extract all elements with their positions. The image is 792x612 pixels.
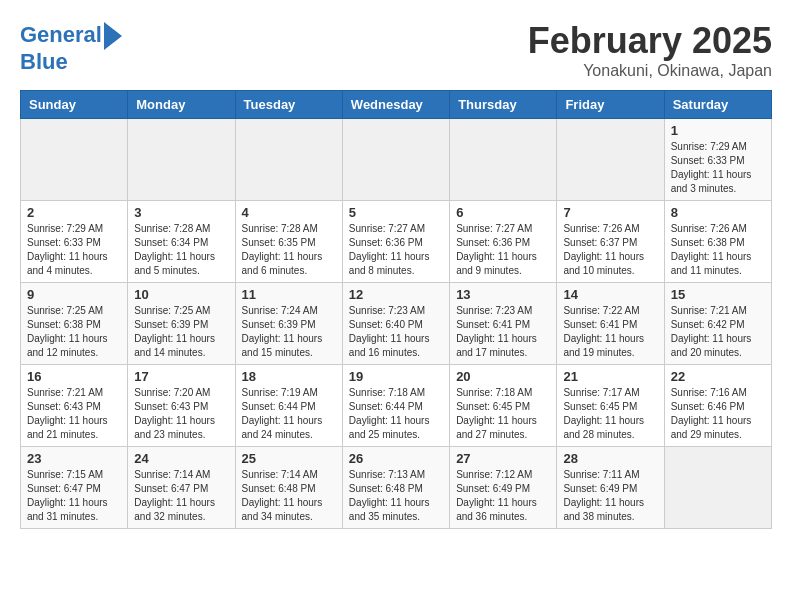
calendar-week-5: 23Sunrise: 7:15 AM Sunset: 6:47 PM Dayli… — [21, 447, 772, 529]
calendar-header-sunday: Sunday — [21, 91, 128, 119]
logo: General Blue — [20, 20, 122, 74]
calendar-cell: 23Sunrise: 7:15 AM Sunset: 6:47 PM Dayli… — [21, 447, 128, 529]
calendar-header-thursday: Thursday — [450, 91, 557, 119]
calendar-cell: 24Sunrise: 7:14 AM Sunset: 6:47 PM Dayli… — [128, 447, 235, 529]
day-number: 12 — [349, 287, 443, 302]
calendar-header-saturday: Saturday — [664, 91, 771, 119]
calendar-cell: 7Sunrise: 7:26 AM Sunset: 6:37 PM Daylig… — [557, 201, 664, 283]
day-number: 15 — [671, 287, 765, 302]
calendar-cell: 3Sunrise: 7:28 AM Sunset: 6:34 PM Daylig… — [128, 201, 235, 283]
day-number: 25 — [242, 451, 336, 466]
day-number: 8 — [671, 205, 765, 220]
day-number: 9 — [27, 287, 121, 302]
day-info: Sunrise: 7:18 AM Sunset: 6:44 PM Dayligh… — [349, 386, 443, 442]
calendar-cell: 10Sunrise: 7:25 AM Sunset: 6:39 PM Dayli… — [128, 283, 235, 365]
calendar-cell: 16Sunrise: 7:21 AM Sunset: 6:43 PM Dayli… — [21, 365, 128, 447]
day-number: 1 — [671, 123, 765, 138]
calendar-table: SundayMondayTuesdayWednesdayThursdayFrid… — [20, 90, 772, 529]
day-number: 6 — [456, 205, 550, 220]
day-info: Sunrise: 7:21 AM Sunset: 6:42 PM Dayligh… — [671, 304, 765, 360]
day-info: Sunrise: 7:26 AM Sunset: 6:38 PM Dayligh… — [671, 222, 765, 278]
day-info: Sunrise: 7:18 AM Sunset: 6:45 PM Dayligh… — [456, 386, 550, 442]
day-number: 21 — [563, 369, 657, 384]
day-number: 18 — [242, 369, 336, 384]
day-info: Sunrise: 7:23 AM Sunset: 6:40 PM Dayligh… — [349, 304, 443, 360]
calendar-cell: 27Sunrise: 7:12 AM Sunset: 6:49 PM Dayli… — [450, 447, 557, 529]
calendar-cell: 22Sunrise: 7:16 AM Sunset: 6:46 PM Dayli… — [664, 365, 771, 447]
calendar-cell: 17Sunrise: 7:20 AM Sunset: 6:43 PM Dayli… — [128, 365, 235, 447]
calendar-cell — [664, 447, 771, 529]
calendar-cell: 13Sunrise: 7:23 AM Sunset: 6:41 PM Dayli… — [450, 283, 557, 365]
day-info: Sunrise: 7:14 AM Sunset: 6:48 PM Dayligh… — [242, 468, 336, 524]
calendar-week-3: 9Sunrise: 7:25 AM Sunset: 6:38 PM Daylig… — [21, 283, 772, 365]
day-number: 14 — [563, 287, 657, 302]
calendar-cell: 26Sunrise: 7:13 AM Sunset: 6:48 PM Dayli… — [342, 447, 449, 529]
day-number: 16 — [27, 369, 121, 384]
day-info: Sunrise: 7:13 AM Sunset: 6:48 PM Dayligh… — [349, 468, 443, 524]
day-info: Sunrise: 7:29 AM Sunset: 6:33 PM Dayligh… — [27, 222, 121, 278]
day-number: 4 — [242, 205, 336, 220]
day-number: 13 — [456, 287, 550, 302]
day-info: Sunrise: 7:20 AM Sunset: 6:43 PM Dayligh… — [134, 386, 228, 442]
calendar-cell: 15Sunrise: 7:21 AM Sunset: 6:42 PM Dayli… — [664, 283, 771, 365]
day-info: Sunrise: 7:17 AM Sunset: 6:45 PM Dayligh… — [563, 386, 657, 442]
logo-text: General — [20, 23, 102, 47]
day-number: 20 — [456, 369, 550, 384]
calendar-cell: 12Sunrise: 7:23 AM Sunset: 6:40 PM Dayli… — [342, 283, 449, 365]
day-info: Sunrise: 7:27 AM Sunset: 6:36 PM Dayligh… — [349, 222, 443, 278]
calendar-cell — [128, 119, 235, 201]
location-title: Yonakuni, Okinawa, Japan — [528, 62, 772, 80]
day-number: 27 — [456, 451, 550, 466]
day-info: Sunrise: 7:15 AM Sunset: 6:47 PM Dayligh… — [27, 468, 121, 524]
day-number: 19 — [349, 369, 443, 384]
calendar-cell: 21Sunrise: 7:17 AM Sunset: 6:45 PM Dayli… — [557, 365, 664, 447]
day-info: Sunrise: 7:24 AM Sunset: 6:39 PM Dayligh… — [242, 304, 336, 360]
calendar-cell: 6Sunrise: 7:27 AM Sunset: 6:36 PM Daylig… — [450, 201, 557, 283]
day-number: 7 — [563, 205, 657, 220]
day-number: 17 — [134, 369, 228, 384]
calendar-cell: 2Sunrise: 7:29 AM Sunset: 6:33 PM Daylig… — [21, 201, 128, 283]
calendar-cell: 4Sunrise: 7:28 AM Sunset: 6:35 PM Daylig… — [235, 201, 342, 283]
day-number: 10 — [134, 287, 228, 302]
day-number: 23 — [27, 451, 121, 466]
logo-arrow-icon — [104, 22, 122, 50]
calendar-cell — [450, 119, 557, 201]
calendar-cell: 8Sunrise: 7:26 AM Sunset: 6:38 PM Daylig… — [664, 201, 771, 283]
calendar-cell: 11Sunrise: 7:24 AM Sunset: 6:39 PM Dayli… — [235, 283, 342, 365]
day-info: Sunrise: 7:28 AM Sunset: 6:35 PM Dayligh… — [242, 222, 336, 278]
day-number: 11 — [242, 287, 336, 302]
calendar-cell: 28Sunrise: 7:11 AM Sunset: 6:49 PM Dayli… — [557, 447, 664, 529]
day-info: Sunrise: 7:12 AM Sunset: 6:49 PM Dayligh… — [456, 468, 550, 524]
day-number: 28 — [563, 451, 657, 466]
page-header: General Blue February 2025 Yonakuni, Oki… — [20, 20, 772, 80]
calendar-header-friday: Friday — [557, 91, 664, 119]
day-info: Sunrise: 7:21 AM Sunset: 6:43 PM Dayligh… — [27, 386, 121, 442]
day-number: 26 — [349, 451, 443, 466]
calendar-cell: 14Sunrise: 7:22 AM Sunset: 6:41 PM Dayli… — [557, 283, 664, 365]
day-info: Sunrise: 7:25 AM Sunset: 6:38 PM Dayligh… — [27, 304, 121, 360]
day-info: Sunrise: 7:19 AM Sunset: 6:44 PM Dayligh… — [242, 386, 336, 442]
day-info: Sunrise: 7:27 AM Sunset: 6:36 PM Dayligh… — [456, 222, 550, 278]
day-info: Sunrise: 7:11 AM Sunset: 6:49 PM Dayligh… — [563, 468, 657, 524]
day-info: Sunrise: 7:28 AM Sunset: 6:34 PM Dayligh… — [134, 222, 228, 278]
calendar-header-tuesday: Tuesday — [235, 91, 342, 119]
calendar-cell — [21, 119, 128, 201]
day-info: Sunrise: 7:14 AM Sunset: 6:47 PM Dayligh… — [134, 468, 228, 524]
day-info: Sunrise: 7:16 AM Sunset: 6:46 PM Dayligh… — [671, 386, 765, 442]
day-info: Sunrise: 7:25 AM Sunset: 6:39 PM Dayligh… — [134, 304, 228, 360]
calendar-header-wednesday: Wednesday — [342, 91, 449, 119]
day-info: Sunrise: 7:29 AM Sunset: 6:33 PM Dayligh… — [671, 140, 765, 196]
logo-text2: Blue — [20, 50, 68, 74]
calendar-cell: 1Sunrise: 7:29 AM Sunset: 6:33 PM Daylig… — [664, 119, 771, 201]
day-number: 24 — [134, 451, 228, 466]
calendar-cell: 25Sunrise: 7:14 AM Sunset: 6:48 PM Dayli… — [235, 447, 342, 529]
day-number: 22 — [671, 369, 765, 384]
month-title: February 2025 — [528, 20, 772, 62]
calendar-header-monday: Monday — [128, 91, 235, 119]
calendar-cell — [557, 119, 664, 201]
day-info: Sunrise: 7:22 AM Sunset: 6:41 PM Dayligh… — [563, 304, 657, 360]
day-info: Sunrise: 7:26 AM Sunset: 6:37 PM Dayligh… — [563, 222, 657, 278]
calendar-cell: 20Sunrise: 7:18 AM Sunset: 6:45 PM Dayli… — [450, 365, 557, 447]
day-number: 2 — [27, 205, 121, 220]
calendar-week-1: 1Sunrise: 7:29 AM Sunset: 6:33 PM Daylig… — [21, 119, 772, 201]
